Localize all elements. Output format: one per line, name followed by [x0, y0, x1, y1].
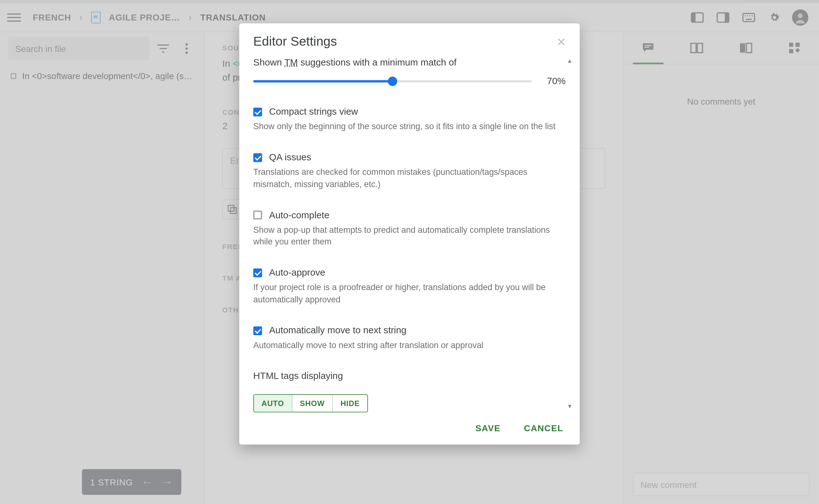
checkbox-label: Compact strings view: [269, 106, 358, 117]
auto-move-checkbox[interactable]: [253, 326, 262, 335]
segment-auto[interactable]: AUTO: [254, 395, 292, 412]
scroll-up-icon[interactable]: ▲: [567, 57, 575, 64]
checkbox-label: QA issues: [269, 152, 311, 163]
slider-thumb[interactable]: [388, 77, 397, 86]
compact-strings-checkbox[interactable]: [253, 107, 262, 116]
modal-overlay: Editor Settings × Shown TM suggestions w…: [0, 0, 819, 504]
scroll-down-icon[interactable]: ▼: [567, 403, 575, 409]
checkbox-description: Show a pop-up that attempts to predict a…: [253, 224, 566, 248]
tm-match-slider[interactable]: [253, 80, 532, 82]
checkbox-description: Automatically move to next string after …: [253, 339, 566, 351]
auto-complete-checkbox[interactable]: [253, 211, 262, 220]
tm-match-label: Shown TM suggestions with a minimum matc…: [253, 57, 566, 68]
checkbox-label: Auto-approve: [269, 268, 325, 278]
html-tags-segment: AUTO SHOW HIDE: [253, 394, 368, 413]
modal-title: Editor Settings: [253, 34, 337, 49]
close-icon[interactable]: ×: [557, 34, 566, 49]
checkbox-label: Automatically move to next string: [269, 325, 406, 336]
qa-issues-checkbox[interactable]: [253, 153, 262, 162]
checkbox-label: Auto-complete: [269, 210, 329, 220]
auto-approve-checkbox[interactable]: [253, 268, 262, 277]
checkbox-description: Translations are checked for common mist…: [253, 166, 566, 190]
segment-show[interactable]: SHOW: [292, 395, 333, 412]
cancel-button[interactable]: CANCEL: [524, 423, 563, 433]
tm-match-value: 70%: [542, 76, 565, 86]
save-button[interactable]: SAVE: [475, 423, 501, 433]
checkbox-description: If your project role is a proofreader or…: [253, 282, 566, 305]
checkbox-description: Show only the beginning of the source st…: [253, 121, 566, 133]
segment-hide[interactable]: HIDE: [333, 395, 368, 412]
html-tags-label: HTML tags displaying: [253, 371, 566, 381]
editor-settings-modal: Editor Settings × Shown TM suggestions w…: [239, 23, 580, 445]
